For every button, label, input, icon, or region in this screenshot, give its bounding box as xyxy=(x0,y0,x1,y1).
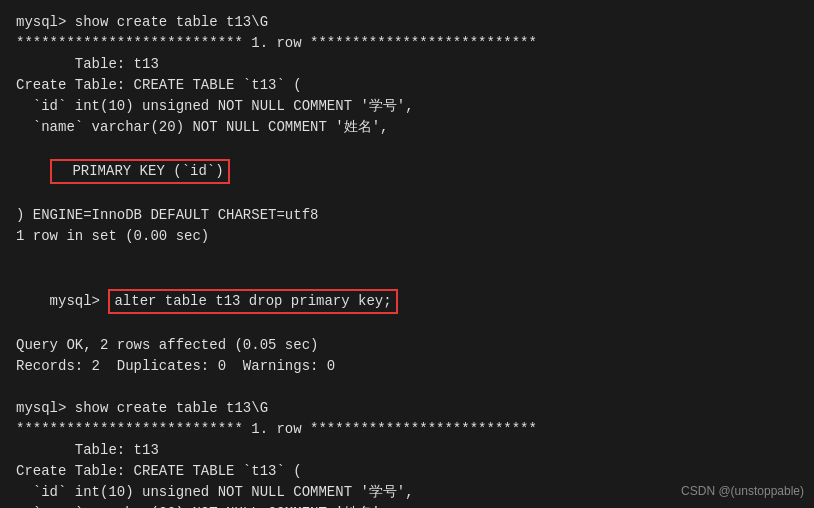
line-8: ) ENGINE=InnoDB DEFAULT CHARSET=utf8 xyxy=(16,205,798,226)
line-15: mysql> show create table t13\G xyxy=(16,398,798,419)
line-17: Table: t13 xyxy=(16,440,798,461)
line-11-highlighted: mysql> alter table t13 drop primary key; xyxy=(16,268,798,335)
line-4: Create Table: CREATE TABLE `t13` ( xyxy=(16,75,798,96)
line-7-highlighted: PRIMARY KEY (`id`) xyxy=(16,138,798,205)
line-6: `name` varchar(20) NOT NULL COMMENT '姓名'… xyxy=(16,117,798,138)
line-10 xyxy=(16,247,798,268)
line-13: Records: 2 Duplicates: 0 Warnings: 0 xyxy=(16,356,798,377)
line-14 xyxy=(16,377,798,398)
line-3: Table: t13 xyxy=(16,54,798,75)
alter-table-highlight: alter table t13 drop primary key; xyxy=(108,289,397,314)
line-9: 1 row in set (0.00 sec) xyxy=(16,226,798,247)
line-18: Create Table: CREATE TABLE `t13` ( xyxy=(16,461,798,482)
line-1: mysql> show create table t13\G xyxy=(16,12,798,33)
line-5: `id` int(10) unsigned NOT NULL COMMENT '… xyxy=(16,96,798,117)
line-2: *************************** 1. row *****… xyxy=(16,33,798,54)
terminal-window: mysql> show create table t13\G *********… xyxy=(0,0,814,508)
primary-key-highlight: PRIMARY KEY (`id`) xyxy=(50,159,230,184)
line-20: `name` varchar(20) NOT NULL COMMENT '姓名' xyxy=(16,503,798,508)
watermark: CSDN @(unstoppable) xyxy=(681,482,804,500)
line-12: Query OK, 2 rows affected (0.05 sec) xyxy=(16,335,798,356)
line-16: *************************** 1. row *****… xyxy=(16,419,798,440)
